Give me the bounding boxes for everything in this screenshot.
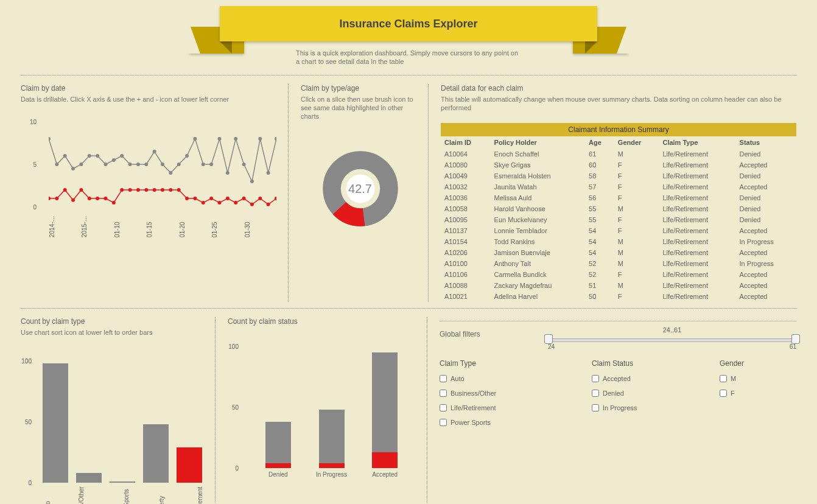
table-row[interactable]: A10049Esmeralda Holsten58FLife/Retiremen… (441, 170, 796, 181)
checkbox-claim-type[interactable]: Life/Retirement (440, 404, 586, 411)
donut-center-value: 42.7 (323, 151, 398, 226)
table-row[interactable]: A10206Jamison Buenviaje54MLife/Retiremen… (441, 247, 796, 258)
svg-point-36 (104, 197, 108, 200)
checkbox-claim-status[interactable]: In Progress (592, 404, 714, 411)
svg-point-27 (267, 171, 270, 175)
donut-chart[interactable]: 42.7 (323, 151, 398, 226)
svg-point-17 (185, 154, 189, 158)
checkbox-input[interactable] (720, 390, 727, 397)
checkbox-claim-type[interactable]: Auto (440, 375, 586, 382)
svg-point-11 (136, 163, 140, 166)
svg-point-20 (209, 163, 213, 166)
panel-title: Detail data for each claim (441, 84, 796, 93)
filter-claim-type: Claim Type AutoBusiness/OtherLife/Retire… (440, 359, 586, 433)
checkbox-label: Auto (451, 375, 465, 382)
svg-point-9 (120, 154, 124, 158)
svg-point-23 (234, 137, 237, 141)
table-row[interactable]: A10100Anthony Tait52MLife/RetirementIn P… (441, 258, 796, 269)
table-row[interactable]: A10106Carmella Bundick52FLife/Retirement… (441, 269, 796, 280)
filter-title: Claim Status (592, 359, 714, 368)
panel-hint: Click on a slice then use brush icon to … (301, 95, 419, 121)
svg-point-56 (267, 203, 270, 206)
svg-point-28 (275, 137, 276, 141)
panel-count-by-type: Count by claim type Use chart sort icon … (21, 317, 216, 504)
column-header[interactable]: Claim ID (441, 136, 491, 149)
checkbox-input[interactable] (440, 375, 447, 382)
panel-hint: Data is drillable. Click X axis & use th… (21, 95, 279, 103)
claimant-table[interactable]: Claim IDPolicy HolderAgeGenderClaim Type… (441, 136, 796, 302)
table-row[interactable]: A10088Zackary Magdefrau51MLife/Retiremen… (441, 280, 796, 291)
checkbox-claim-status[interactable]: Accepted (592, 375, 714, 382)
table-row[interactable]: A10058Harold Vanhoose55MLife/RetirementD… (441, 203, 796, 214)
slider-max-value: 61 (790, 343, 796, 350)
checkbox-label: Power Sports (451, 419, 491, 426)
checkbox-label: Business/Other (451, 390, 496, 397)
checkbox-input[interactable] (440, 404, 447, 411)
checkbox-claim-status[interactable]: Denied (592, 390, 714, 397)
svg-point-41 (144, 188, 148, 192)
checkbox-claim-type[interactable]: Business/Other (440, 390, 586, 397)
svg-point-43 (161, 188, 164, 192)
svg-point-51 (226, 197, 230, 200)
slider-thumb-max[interactable] (791, 334, 800, 344)
checkbox-input[interactable] (592, 375, 599, 382)
table-row[interactable]: A10021Adelina Harvel50FLife/RetirementAc… (441, 291, 796, 302)
svg-point-0 (49, 137, 51, 141)
checkbox-input[interactable] (592, 404, 599, 411)
checkbox-input[interactable] (440, 419, 447, 426)
filter-gender: Gender MF (720, 359, 793, 433)
bar-chart-status[interactable]: 050100 DeniedIn ProgressAccepted (228, 328, 418, 504)
column-header[interactable]: Status (736, 136, 796, 149)
svg-point-46 (185, 197, 189, 200)
svg-point-1 (55, 163, 58, 166)
svg-point-21 (218, 137, 222, 141)
column-header[interactable]: Claim Type (659, 136, 735, 149)
column-header[interactable]: Gender (614, 136, 659, 149)
checkbox-gender[interactable]: F (720, 390, 793, 397)
svg-point-12 (144, 163, 148, 166)
table-row[interactable]: A10080Skye Grigas60FLife/RetirementAccep… (441, 159, 796, 170)
svg-point-47 (193, 197, 197, 200)
svg-point-37 (112, 201, 116, 205)
svg-point-45 (177, 188, 181, 192)
checkbox-input[interactable] (720, 375, 727, 382)
panel-filters: Global filters 24..61 24 61 Claim Type A… (440, 317, 796, 504)
bar-chart-type[interactable]: 050100 AutoBusiness/OtherPower SportsPro… (21, 343, 206, 504)
checkbox-label: F (731, 390, 735, 397)
checkbox-input[interactable] (440, 390, 447, 397)
svg-point-5 (88, 154, 91, 158)
checkbox-label: Life/Retirement (451, 404, 496, 411)
table-row[interactable]: A10032Jaunita Watah57FLife/RetirementAcc… (441, 181, 796, 192)
table-row[interactable]: A10064Enoch Schaffel61MLife/RetirementDe… (441, 149, 796, 159)
svg-point-24 (242, 163, 246, 166)
svg-point-18 (193, 137, 197, 141)
checkbox-claim-type[interactable]: Power Sports (440, 419, 586, 426)
checkbox-label: Denied (603, 390, 624, 397)
table-title: Claimant Information Summary (441, 123, 796, 136)
checkbox-label: In Progress (603, 404, 637, 411)
column-header[interactable]: Age (585, 136, 614, 149)
table-row[interactable]: A10095Eun Muckelvaney55FLife/RetirementD… (441, 214, 796, 225)
column-header[interactable]: Policy Holder (491, 136, 586, 149)
slider-min-value: 24 (548, 343, 555, 350)
line-chart[interactable]: 0510 2014-…2015-…01-1001-1501-2001-2501-… (21, 122, 279, 256)
checkbox-input[interactable] (592, 390, 599, 397)
svg-point-15 (169, 171, 172, 175)
panel-detail: Detail data for each claim This table wi… (441, 84, 796, 303)
age-range-slider[interactable]: 24..61 24 61 (548, 332, 796, 336)
svg-point-4 (79, 163, 83, 166)
table-row[interactable]: A10154Todd Rankins54MLife/RetirementIn P… (441, 236, 796, 247)
svg-point-6 (96, 154, 99, 158)
svg-point-48 (202, 201, 205, 205)
svg-point-34 (88, 197, 91, 200)
svg-point-52 (234, 201, 237, 205)
panel-title: Claim by date (21, 84, 279, 93)
svg-point-10 (128, 163, 132, 166)
svg-point-25 (250, 180, 254, 183)
checkbox-gender[interactable]: M (720, 375, 793, 382)
slider-thumb-min[interactable] (544, 334, 553, 344)
table-row[interactable]: A10036Melissa Auld56FLife/RetirementDeni… (441, 192, 796, 203)
checkbox-label: M (731, 375, 736, 382)
svg-point-44 (169, 188, 172, 192)
table-row[interactable]: A10137Lonnie Temblador54FLife/Retirement… (441, 225, 796, 236)
